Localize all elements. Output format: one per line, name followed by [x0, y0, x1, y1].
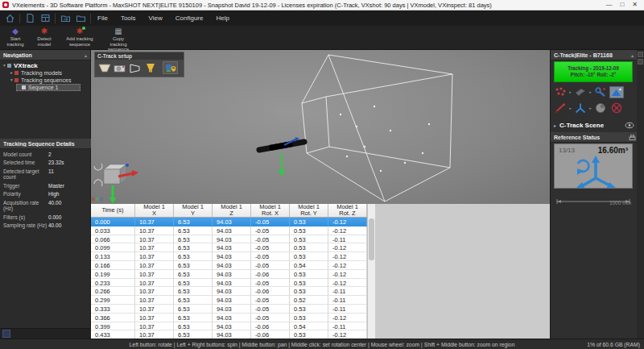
- camera-icon[interactable]: [113, 62, 126, 73]
- 3d-viewport[interactable]: C-Track setup XYZ: [91, 50, 550, 204]
- table-cell: 6.53: [174, 314, 213, 322]
- tree-item-label: Sequence 1: [28, 85, 58, 90]
- wrench-icon[interactable]: [592, 85, 609, 99]
- table-cell: 94.03: [213, 305, 251, 314]
- reference-status-header: Reference Status ▴: [551, 132, 644, 143]
- tree-item-tracking-models[interactable]: ▸Tracking models: [9, 69, 90, 77]
- dock-tab-icon[interactable]: [638, 59, 643, 64]
- column-header-time-s[interactable]: Time (s): [91, 204, 135, 217]
- image-icon[interactable]: [609, 85, 625, 99]
- detect-model-button[interactable]: Detect model: [31, 26, 58, 49]
- sidebar-footer: [0, 328, 91, 339]
- probe-icon[interactable]: [552, 102, 568, 115]
- column-header-model-1-z[interactable]: Model 1Z: [213, 204, 251, 217]
- dock-tab-icon[interactable]: [638, 52, 643, 57]
- table-cell: -0.05: [251, 252, 290, 261]
- sphere-icon[interactable]: [592, 102, 609, 115]
- table-cell: 10.37: [135, 322, 174, 331]
- menu-tools[interactable]: Tools: [114, 15, 142, 22]
- column-header-model-1-rot-z[interactable]: Model 1Rot. Z: [328, 204, 367, 217]
- table-row[interactable]: 0.19910.376.5394.03-0.060.53-0.12: [91, 270, 367, 279]
- table-cell: -0.05: [251, 243, 290, 252]
- column-header-model-1-rot-x[interactable]: Model 1Rot. X: [251, 204, 290, 217]
- table-row[interactable]: 0.29910.376.5394.03-0.050.52-0.11: [91, 296, 367, 305]
- table-cell: 0.033: [91, 226, 135, 235]
- expander-icon[interactable]: ▸: [9, 70, 14, 75]
- menu-help[interactable]: Help: [209, 15, 235, 22]
- vxelements-window: VXelements - 3D Software Platform - MaxS…: [0, 0, 644, 349]
- close-button[interactable]: ✕: [632, 2, 638, 8]
- ctrack-scene-row[interactable]: ▸ C-Track Scene: [551, 119, 638, 131]
- table-row[interactable]: 0.36610.376.5394.03-0.050.53-0.12: [91, 314, 367, 322]
- maximize-button[interactable]: □: [620, 2, 624, 8]
- table-row[interactable]: 0.16610.376.5394.03-0.050.54-0.12: [91, 261, 367, 270]
- table-cell: -0.11: [328, 305, 367, 314]
- details-header: Tracking Sequence Details ▴: [0, 139, 97, 149]
- menubar: FileToolsViewConfigureHelp: [0, 10, 644, 26]
- table-cell: 0.53: [290, 218, 328, 226]
- table-row[interactable]: 0.39910.376.5394.03-0.060.54-0.11: [91, 322, 367, 331]
- column-header-model-1-x[interactable]: Model 1X: [135, 204, 174, 217]
- table-row[interactable]: 0.43310.376.5394.03-0.060.53-0.12: [91, 330, 367, 339]
- details-rows: Model count2Selected time23.32sDetected …: [0, 150, 91, 230]
- table-cell: 6.53: [174, 270, 213, 279]
- table-row[interactable]: 0.13310.376.5394.03-0.050.53-0.12: [91, 252, 367, 261]
- table-cell: 10.37: [135, 314, 174, 322]
- collapse-navigation-icon[interactable]: ▴: [85, 52, 87, 58]
- table-cell: 0.53: [290, 235, 328, 244]
- table-row[interactable]: 0.00010.376.5394.03-0.050.53-0.12: [91, 218, 367, 226]
- table-row[interactable]: 0.09910.376.5394.03-0.050.53-0.12: [91, 243, 367, 252]
- collapsed-panel-icon[interactable]: [2, 330, 10, 338]
- ctrack-icon-row-2: ▸ ▸: [552, 100, 636, 116]
- measurement-volume-icon[interactable]: [97, 62, 111, 73]
- copy-tracking-sequence-button[interactable]: Copy tracking sequence: [101, 26, 135, 49]
- triad-icon[interactable]: [572, 102, 588, 115]
- export-report-icon[interactable]: [629, 130, 636, 144]
- table-row[interactable]: 0.26610.376.5394.03-0.060.53-0.11: [91, 287, 367, 296]
- side-volume-icon[interactable]: [128, 62, 142, 73]
- expander-icon[interactable]: ▾: [9, 77, 14, 82]
- table-scrollbar-thumb[interactable]: [369, 218, 374, 260]
- table-cell: -0.06: [251, 330, 290, 339]
- table-row[interactable]: 0.23310.376.5394.03-0.050.53-0.12: [91, 279, 367, 288]
- menu-file[interactable]: File: [91, 15, 114, 22]
- expand-scene-icon[interactable]: ▸: [554, 123, 556, 128]
- menu-view[interactable]: View: [142, 15, 169, 22]
- minimize-button[interactable]: —: [605, 2, 612, 8]
- table-cell: 10.37: [135, 226, 174, 235]
- start-tracking-button[interactable]: Start tracking: [2, 26, 29, 49]
- export-folder-icon[interactable]: [75, 13, 86, 23]
- locked-camera-icon[interactable]: [163, 61, 178, 74]
- toolbar-button-label: Add tracking sequence: [62, 36, 97, 47]
- detail-sampling-rate-hz: Sampling rate (Hz)40.00: [0, 222, 91, 231]
- table-cell: 6.53: [174, 243, 213, 252]
- home-icon[interactable]: [4, 13, 15, 23]
- table-cell: 94.03: [213, 243, 251, 252]
- tracking-status-line2: Pitch: -10° Roll: -2°: [571, 72, 616, 78]
- table-row[interactable]: 0.03310.376.5394.03-0.050.53-0.12: [91, 226, 367, 235]
- node-icon: [22, 85, 26, 89]
- projector-lamp-icon[interactable]: [143, 62, 157, 73]
- model-icon[interactable]: [572, 85, 588, 99]
- detail-model-count: Model count2: [0, 150, 91, 159]
- add-tracking-sequence-button[interactable]: Add tracking sequence: [60, 26, 100, 49]
- tree-item-tracking-sequences[interactable]: ▾Tracking sequences: [9, 77, 90, 84]
- new-document-icon[interactable]: [24, 13, 35, 23]
- targets-icon[interactable]: [552, 85, 568, 99]
- save-session-icon[interactable]: [39, 13, 51, 23]
- table-row[interactable]: 0.33310.376.5394.03-0.050.53-0.11: [91, 305, 367, 314]
- expander-icon[interactable]: ▾: [2, 63, 7, 68]
- table-cell: 94.03: [213, 322, 251, 331]
- detail-value: 2: [48, 152, 52, 158]
- tree-item-sequence-1[interactable]: Sequence 1: [16, 84, 80, 91]
- menu-configure[interactable]: Configure: [169, 15, 210, 22]
- column-header-model-1-rot-y[interactable]: Model 1Rot. Y: [290, 204, 328, 217]
- tree-item-vxtrack[interactable]: ▾VXtrack: [2, 62, 90, 69]
- collapse-ctrack-icon[interactable]: ▴: [631, 52, 634, 58]
- table-row[interactable]: 0.06610.376.5394.03-0.050.53-0.11: [91, 235, 367, 244]
- fan-icon[interactable]: [609, 102, 625, 115]
- import-folder-icon[interactable]: [60, 13, 71, 23]
- column-header-model-1-y[interactable]: Model 1Y: [174, 204, 213, 217]
- ctrack-setup-title: C-Track setup: [95, 52, 184, 60]
- table-scrollbar[interactable]: [367, 204, 375, 339]
